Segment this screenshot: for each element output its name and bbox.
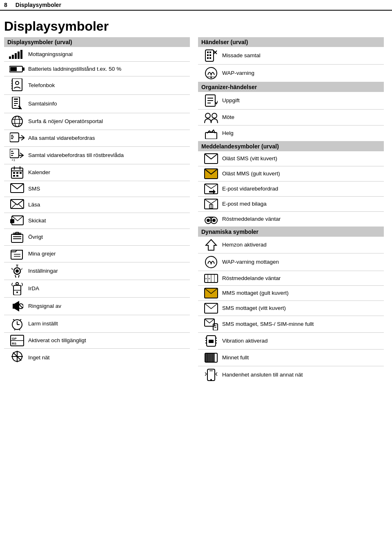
svg-rect-7 — [23, 67, 24, 71]
content-wrapper: Displaysymboler (urval) Mottagningssigna… — [0, 37, 392, 383]
email-attach-icon — [200, 199, 222, 209]
label: Mina grejer — [28, 250, 188, 258]
phonebook-icon — [6, 78, 28, 92]
home-zone-icon — [200, 239, 222, 251]
label: Inget nät — [28, 354, 188, 361]
mms-received-icon — [200, 288, 222, 298]
label: WAP-varning mottagen — [222, 258, 382, 266]
meeting-icon — [200, 112, 222, 123]
list-item: Surfa & nöjen/ Operatörsportal — [4, 113, 190, 130]
label: MMS mottaget (gult kuvert) — [222, 289, 382, 297]
list-item: E-post vidarebefordrad — [198, 182, 384, 197]
missed-call-icon — [200, 49, 222, 62]
svg-rect-42 — [16, 175, 18, 177]
task-icon — [200, 94, 222, 107]
label: Röstmeddelande väntar — [222, 275, 382, 282]
list-item: Helg — [198, 126, 384, 141]
svg-line-147 — [205, 372, 207, 374]
svg-point-114 — [207, 219, 210, 222]
svg-text:+1: +1 — [11, 158, 16, 162]
signal-icon — [6, 50, 28, 59]
label: Övrigt — [28, 233, 188, 241]
svg-rect-15 — [14, 99, 18, 100]
svg-rect-0 — [9, 56, 11, 59]
right-column: Händelser (urval) Missade samtal — [194, 37, 384, 383]
list-item: Telefonbok — [4, 76, 190, 95]
svg-rect-85 — [209, 52, 211, 53]
svg-point-20 — [15, 116, 20, 127]
mms-unread-icon — [200, 168, 222, 179]
svg-line-45 — [11, 204, 16, 208]
svg-marker-116 — [206, 240, 216, 250]
svg-rect-136 — [209, 340, 214, 343]
list-item: Övrigt — [4, 229, 190, 246]
wap-warning-icon — [200, 67, 222, 80]
svg-rect-142 — [208, 354, 211, 362]
battery-icon — [6, 65, 28, 73]
silent-icon — [6, 300, 28, 313]
label: Batteriets laddningstillstånd t.ex. 50 % — [28, 65, 188, 73]
svg-rect-6 — [10, 67, 17, 71]
messages-header: Meddelandesymboler (urval) — [198, 141, 384, 151]
voicemail-dyn-icon: + + — [200, 274, 222, 283]
label: Inställningar — [28, 267, 188, 275]
svg-line-148 — [205, 374, 207, 376]
svg-rect-1 — [12, 55, 14, 59]
gprs-icon: GP RS — [6, 335, 28, 346]
svg-line-46 — [18, 204, 23, 208]
svg-point-115 — [212, 219, 216, 222]
sms-icon — [6, 183, 28, 195]
svg-line-150 — [216, 374, 217, 376]
svg-line-61 — [18, 275, 19, 278]
label: Oläst SMS (vitt kuvert) — [222, 155, 382, 162]
label: Missade samtal — [222, 52, 382, 59]
list-item: Röstmeddelande väntar — [198, 212, 384, 227]
list-item: GP RS Aktiverat och tillgängligt — [4, 333, 190, 349]
svg-rect-141 — [205, 354, 208, 362]
svg-rect-84 — [207, 52, 209, 53]
label: Läsa — [28, 201, 188, 208]
label: SMS mottaget, SMS-/ SIM-minne fullt — [222, 321, 382, 328]
label: SMS mottaget (vitt kuvert) — [222, 305, 382, 312]
svg-point-99 — [205, 113, 210, 118]
label: Larm inställt — [28, 320, 188, 327]
left-section-header: Displaysymboler (urval) — [4, 37, 190, 47]
list-item: Hemzon aktiverad — [198, 237, 384, 253]
globe-icon — [6, 115, 28, 128]
left-column: Displaysymboler (urval) Mottagningssigna… — [4, 37, 194, 383]
list-item: E-post med bilaga — [198, 197, 384, 212]
svg-line-72 — [20, 319, 21, 321]
list-item: Larm inställt — [4, 315, 190, 333]
label: Handenhet ansluten till annat nät — [222, 371, 382, 379]
svg-rect-4 — [20, 50, 22, 59]
svg-rect-88 — [207, 57, 209, 59]
svg-point-117 — [205, 256, 217, 268]
read-icon — [6, 199, 28, 211]
svg-point-19 — [12, 116, 22, 127]
svg-line-60 — [15, 275, 16, 278]
list-item: Mottagningssignal — [4, 47, 190, 62]
svg-line-71 — [13, 319, 15, 321]
voicemail-icon — [200, 214, 222, 224]
label: Mottagningssignal — [28, 51, 188, 58]
label: E-post vidarebefordrad — [222, 185, 382, 193]
label: Telefonbok — [28, 82, 188, 89]
svg-rect-18 — [14, 105, 16, 106]
list-item: Möte — [198, 110, 384, 126]
svg-point-13 — [16, 81, 19, 85]
sent-icon — [6, 215, 28, 226]
svg-line-149 — [216, 372, 217, 374]
svg-rect-51 — [13, 233, 21, 235]
list-item: Mina grejer — [4, 246, 190, 262]
svg-text:+ +: + + — [205, 277, 210, 281]
email-fwd-icon — [200, 184, 222, 194]
sms-received-icon — [200, 303, 222, 314]
svg-rect-2 — [15, 53, 17, 59]
calendar-icon — [6, 166, 28, 179]
memory-full-icon — [200, 352, 222, 364]
list-item: IrDA — [4, 280, 190, 298]
list-item: Minnet fullt — [198, 350, 384, 366]
label: Alla samtal vidarebefordras — [28, 134, 188, 142]
svg-rect-143 — [212, 354, 214, 362]
list-item: SMS mottaget (vitt kuvert) — [198, 301, 384, 316]
